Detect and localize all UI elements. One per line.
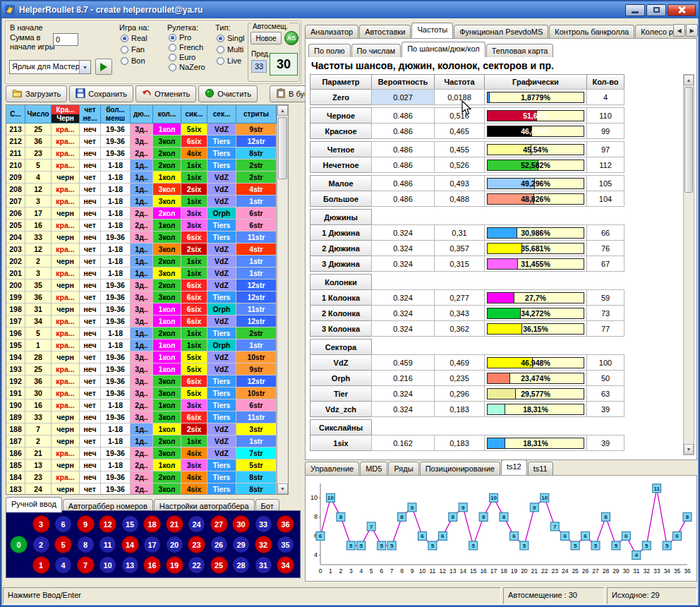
freq-row[interactable]: Tier0.3240,29629,577%63 <box>310 385 627 402</box>
freq-probability[interactable]: 0.324 <box>371 240 435 256</box>
freq-frequency[interactable]: 0,493 <box>434 175 485 191</box>
spin-cell[interactable]: 3кол <box>153 292 181 304</box>
spin-cell[interactable]: VdZ <box>207 435 236 447</box>
spin-cell[interactable]: 5six <box>181 363 207 375</box>
spin-cell[interactable]: VdZ <box>207 244 236 256</box>
spin-cell[interactable]: 200 <box>6 280 25 292</box>
spin-cell[interactable]: 1six <box>181 160 207 172</box>
spin-cell[interactable]: 2кол <box>153 148 181 160</box>
spin-cell[interactable]: 11str <box>236 411 277 423</box>
spin-cell[interactable]: кра... <box>52 399 80 411</box>
spin-cell[interactable]: 199 <box>6 292 25 304</box>
spin-cell[interactable]: 12str <box>236 292 277 304</box>
spin-cell[interactable]: 1кол <box>153 315 181 327</box>
spin-cell[interactable]: 1-18 <box>101 172 131 184</box>
spin-cell[interactable]: 23 <box>25 471 52 483</box>
spin-cell[interactable]: 33 <box>25 232 52 244</box>
spin-cell[interactable]: 212 <box>6 136 25 148</box>
number-19[interactable]: 19 <box>166 556 183 574</box>
freq-probability[interactable]: 0.486 <box>371 107 435 124</box>
spin-cell[interactable]: 2кол <box>153 327 181 339</box>
spin-cell[interactable]: 6six <box>181 375 207 387</box>
number-28[interactable]: 28 <box>232 556 250 574</box>
freq-bar-cell[interactable]: 36,15% <box>484 320 587 337</box>
toolbar-button-Отменить[interactable]: Отменить <box>135 85 196 102</box>
spin-cell[interactable]: 201 <box>6 268 25 280</box>
spin-cell[interactable]: 5 <box>25 160 52 172</box>
spin-cell[interactable]: 36 <box>25 136 52 148</box>
spin-cell[interactable]: 186 <box>6 447 25 459</box>
freq-bar-cell[interactable]: 45,54% <box>484 141 587 157</box>
spin-cell[interactable]: чет <box>80 435 101 447</box>
spin-cell[interactable]: 10str <box>236 387 277 399</box>
tab-Частоты[interactable]: Частоты <box>411 23 453 38</box>
spin-cell[interactable]: 1-18 <box>101 160 131 172</box>
spin-cell[interactable]: неч <box>80 327 101 339</box>
freq-bar-cell[interactable]: 34,272% <box>484 305 587 321</box>
spin-cell[interactable]: 4six <box>181 447 207 459</box>
spin-cell[interactable]: 25 <box>25 124 52 136</box>
number-33[interactable]: 33 <box>255 515 272 533</box>
spin-cell[interactable]: Tiers <box>207 292 236 304</box>
spin-cell[interactable]: 2кол <box>153 160 181 172</box>
freq-param[interactable]: 1six <box>310 435 372 451</box>
freq-count[interactable]: 99 <box>586 123 624 139</box>
spin-cell[interactable]: 2кол <box>153 471 181 483</box>
spin-table-scrollbar[interactable]: ▲ ▼ <box>277 105 288 494</box>
freq-param[interactable]: Малое <box>310 175 372 191</box>
radio-game-Fan[interactable]: Fan <box>121 45 147 54</box>
subtab-По шансам/дюж/кол[interactable]: По шансам/дюж/кол <box>402 42 485 57</box>
spin-cell[interactable]: 1six <box>181 435 207 447</box>
spin-cell[interactable]: 1кол <box>153 363 181 375</box>
freq-row[interactable]: Orph0.2160,23523,474%50 <box>310 370 627 386</box>
spin-cell[interactable]: кра... <box>52 244 80 256</box>
table-row[interactable]: 20035черннеч19-363д..2кол6sixVdZ12str <box>6 280 277 292</box>
section-row[interactable]: Дюжины <box>310 209 627 225</box>
freq-row[interactable]: 1 Колонка0.3240,27727,7%59 <box>310 289 627 306</box>
table-row[interactable]: 18324чернчет19-362д..3кол4sixTiers8str <box>6 483 277 495</box>
spin-cell[interactable]: 3д.. <box>131 375 153 387</box>
number-20[interactable]: 20 <box>166 536 183 553</box>
spin-cell[interactable]: кра... <box>52 136 80 148</box>
spin-cell[interactable]: 2д.. <box>131 208 153 220</box>
spin-cell[interactable]: 33 <box>25 411 52 423</box>
spin-cell[interactable]: 5six <box>181 387 207 399</box>
number-4[interactable]: 4 <box>54 556 72 574</box>
freq-probability[interactable]: 0.324 <box>371 305 435 321</box>
table-row[interactable]: 2073кра...неч1-181д..3кол1sixVdZ1str <box>6 196 277 208</box>
number-36[interactable]: 36 <box>277 515 294 533</box>
spin-cell[interactable]: 16 <box>25 220 52 232</box>
radio-wheel-NaZero[interactable]: NaZero <box>169 63 205 71</box>
radio-type-Singl[interactable]: Singl <box>217 34 244 42</box>
spin-cell[interactable]: Tiers <box>207 136 236 148</box>
spin-cell[interactable]: VdZ <box>207 315 236 327</box>
freq-row[interactable]: 2 Дюжина0.3240,35735,681%76 <box>310 240 627 256</box>
spin-cell[interactable]: неч <box>80 280 101 292</box>
spin-cell[interactable]: 203 <box>6 244 25 256</box>
spin-cell[interactable]: чет <box>80 220 101 232</box>
spin-cell[interactable]: 3д.. <box>131 387 153 399</box>
freq-bar-cell[interactable]: 49,296% <box>484 175 587 191</box>
spin-cell[interactable]: 12str <box>236 136 277 148</box>
spin-cell[interactable]: 12str <box>236 375 277 387</box>
spin-cell[interactable]: 35 <box>25 280 52 292</box>
spin-cell[interactable]: 1-18 <box>101 220 131 232</box>
freq-frequency[interactable]: 0,0188 <box>434 89 485 105</box>
spin-cell[interactable]: Tiers <box>207 399 236 411</box>
spin-cell[interactable]: 202 <box>6 256 25 268</box>
spin-cell[interactable]: Tiers <box>207 471 236 483</box>
table-row[interactable]: 2022чернчет1-181д..2кол1sixVdZ1str <box>6 256 277 268</box>
preset-combobox[interactable]: Ярлык для Мастер ▼ <box>9 60 91 74</box>
spin-cell[interactable]: 1six <box>181 339 207 351</box>
frequencies-scrollbar[interactable]: ▲ ▼ <box>683 74 694 455</box>
spin-cell[interactable]: 6six <box>181 232 207 244</box>
spin-cell[interactable]: 3кол <box>153 184 181 196</box>
spin-cell[interactable]: 4six <box>181 148 207 160</box>
freq-param[interactable]: Черное <box>310 107 372 124</box>
freq-probability[interactable]: 0.486 <box>371 175 435 191</box>
spin-cell[interactable]: 210 <box>6 160 25 172</box>
radio-game-Bon[interactable]: Bon <box>121 56 147 65</box>
spin-cell[interactable]: неч <box>80 423 101 435</box>
spin-cell[interactable]: 36 <box>25 375 52 387</box>
number-17[interactable]: 17 <box>143 536 161 553</box>
